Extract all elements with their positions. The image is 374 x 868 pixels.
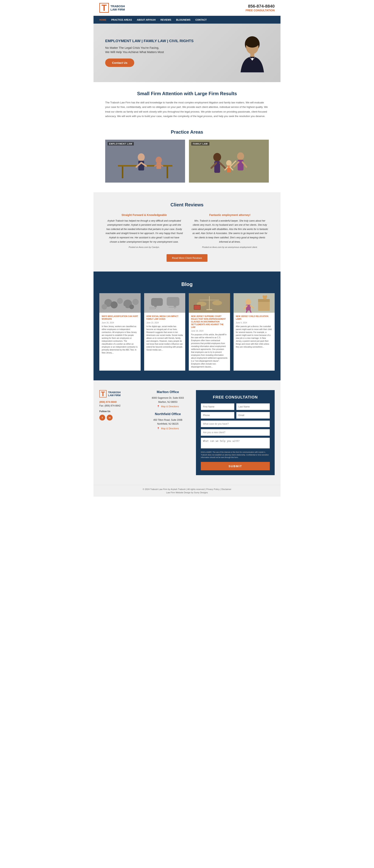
blog-card-3-excerpt: For purposes of this article, the plaint…: [191, 333, 228, 368]
footer-form-container: FREE CONSULTATION What case do you have?…: [196, 390, 275, 475]
svg-point-52: [212, 301, 222, 305]
nav-reviews[interactable]: REVIEWS: [161, 19, 171, 21]
nav-about[interactable]: ABOUT ARYKAH: [137, 19, 156, 21]
logo-letter: T: [99, 3, 109, 13]
blog-card-3-title: NEW JERSEY SUPREME COURT RULES THAT NON-…: [191, 315, 228, 329]
employment-law-card[interactable]: EMPLOYMENT LAW: [105, 140, 185, 183]
blog-card-2-content: HOW SOCIAL MEDIA CAN IMPACT FAMILY LAW C…: [144, 313, 185, 354]
header-phone[interactable]: 856-874-8840: [246, 4, 275, 9]
svg-point-8: [138, 153, 145, 161]
reviews-title: Client Reviews: [105, 202, 269, 208]
hero-section: EMPLOYMENT LAW | FAMILY LAW | CIVIL RIGH…: [94, 24, 280, 82]
svg-rect-4: [105, 140, 185, 183]
social-icons: f in: [99, 415, 140, 421]
marlton-office-city: Marlton, NJ 08053: [143, 400, 192, 404]
hero-subtitle-1: No Matter The Legal Crisis You're Facing…: [105, 46, 203, 49]
blog-card-1-content: WAYS MISCLASSIFICATION CAN HURT WORKERS …: [99, 313, 141, 356]
marlton-office-address: 8000 Sagemore Dr, Suite 8303: [143, 396, 192, 400]
nav-blog[interactable]: BLOG/NEWS: [176, 19, 191, 21]
facebook-icon[interactable]: f: [99, 415, 105, 421]
blog-card-1-title: WAYS MISCLASSIFICATION CAN HURT WORKERS: [102, 315, 138, 320]
about-title: Small Firm Attention with Large Firm Res…: [105, 91, 269, 96]
blog-card-2-date: June 23, 2024: [146, 322, 183, 324]
case-type-select[interactable]: What case do you have?: [201, 421, 270, 427]
blog-card-1-excerpt: In New Jersey, workers are classified as…: [102, 325, 138, 354]
blog-card-3-content: NEW JERSEY SUPREME COURT RULES THAT NON-…: [189, 313, 230, 371]
svg-point-22: [237, 152, 244, 160]
nav-practice[interactable]: PRACTICE AREAS: [111, 19, 132, 21]
svg-point-12: [156, 157, 162, 164]
blog-card-4[interactable]: NEW JERSEY CHILD RELOCATION LAWS June 9,…: [234, 293, 275, 371]
form-disclaimer: DISCLAIMER: The use of the Internet or t…: [201, 451, 270, 459]
hero-cta-button[interactable]: Contact Us: [105, 59, 134, 67]
review-text-2: Mrs. Trabosh is overall a wonderful lawy…: [191, 219, 269, 244]
nav-home[interactable]: HOME: [99, 19, 106, 21]
header-contact: 856-874-8840 FREE CONSULTATION: [246, 4, 275, 12]
review-source-1: Posted on Avvo.com by Carolyn.: [105, 246, 183, 248]
svg-rect-45: [149, 307, 157, 308]
svg-rect-57: [258, 301, 270, 311]
review-title-1: Straight Forward & Knowledgeable: [105, 213, 183, 217]
blog-card-4-date: June 9, 2024: [236, 322, 273, 324]
northfield-map-link[interactable]: 📍 Map & Directions: [143, 427, 192, 430]
form-contact-row: [201, 412, 270, 418]
svg-line-64: [250, 311, 251, 313]
footer-copyright: © 2024 Trabosh Law Firm by Arykah Trabos…: [99, 488, 275, 490]
practice-cards: EMPLOYMENT LAW: [105, 140, 269, 183]
marlton-map-link[interactable]: 📍 Map & Directions: [143, 405, 192, 408]
first-name-input[interactable]: [201, 403, 234, 410]
blog-card-2[interactable]: HOW SOCIAL MEDIA CAN IMPACT FAMILY LAW C…: [144, 293, 185, 371]
svg-point-66: [262, 295, 264, 297]
help-textarea[interactable]: [201, 438, 270, 448]
blog-image-2: [144, 293, 185, 313]
blog-card-2-excerpt: In the digital age, social media has bec…: [146, 325, 183, 351]
submit-button[interactable]: SUBMIT: [201, 462, 270, 470]
family-law-label: FAMILY LAW: [191, 142, 209, 146]
nav-contact[interactable]: CONTACT: [195, 19, 207, 21]
blog-grid: WAYS MISCLASSIFICATION CAN HURT WORKERS …: [99, 293, 275, 371]
follow-us-label: Follow Us: [99, 410, 140, 413]
map-pin-icon-2: 📍: [157, 427, 160, 430]
svg-point-26: [226, 160, 232, 166]
read-more-reviews-button[interactable]: Read More Client Reviews: [167, 254, 207, 262]
footer-phone[interactable]: (856) 874-8840: [99, 400, 140, 403]
linkedin-icon[interactable]: in: [107, 415, 112, 421]
form-title: FREE CONSULTATION: [201, 395, 270, 400]
review-source-2: Posted on Avvo.com by an anonymous emplo…: [191, 246, 269, 248]
svg-rect-3: [250, 53, 254, 57]
northfield-office-name: Northfield Office: [143, 412, 192, 416]
employment-law-image: [105, 140, 185, 183]
logo-area: T TRABOSH LAW FIRM: [99, 3, 125, 13]
footer-columns: T TRABOSH LAW FIRM (856) 874-8840 Fax: (…: [99, 390, 275, 475]
map-pin-icon-1: 📍: [157, 405, 160, 408]
footer-offices: Marlton Office 8000 Sagemore Dr, Suite 8…: [143, 390, 192, 430]
email-input[interactable]: [236, 412, 270, 418]
svg-point-37: [129, 305, 134, 309]
practice-section: Practice Areas EMPLOYMENT LAW: [94, 127, 280, 192]
practice-title: Practice Areas: [105, 129, 269, 135]
blog-section: Blog WAYS MISCLASSIFICATION CAN HURT WOR: [94, 272, 280, 380]
footer-fax: Fax: (856) 874-8842: [99, 404, 140, 407]
form-name-row: [201, 403, 270, 410]
svg-rect-47: [169, 307, 176, 308]
blog-image-3: [189, 293, 230, 313]
blog-image-1: [99, 293, 141, 313]
northfield-office-city: Northfield, NJ 08225: [143, 422, 192, 426]
svg-point-36: [132, 299, 139, 305]
family-law-card[interactable]: FAMILY LAW: [189, 140, 269, 183]
new-client-select[interactable]: Are you a new client?: [201, 429, 270, 436]
svg-point-67: [265, 295, 267, 297]
svg-rect-7: [167, 166, 168, 178]
blog-card-1[interactable]: WAYS MISCLASSIFICATION CAN HURT WORKERS …: [99, 293, 141, 371]
family-law-image: [189, 140, 269, 183]
footer-logo-area: T TRABOSH LAW FIRM: [99, 390, 140, 398]
footer-section: T TRABOSH LAW FIRM (856) 874-8840 Fax: (…: [94, 380, 280, 485]
blog-title: Blog: [99, 281, 275, 287]
last-name-input[interactable]: [236, 403, 270, 410]
reviews-section: Client Reviews Straight Forward & Knowle…: [94, 192, 280, 272]
review-text-1: Arykah Trabosh has helped me through a v…: [105, 219, 183, 244]
blog-card-3[interactable]: NEW JERSEY SUPREME COURT RULES THAT NON-…: [189, 293, 230, 371]
svg-rect-46: [149, 308, 155, 309]
review-card-2: Fantastic employment attorney! Mrs. Trab…: [191, 213, 269, 248]
phone-input[interactable]: [201, 412, 234, 418]
